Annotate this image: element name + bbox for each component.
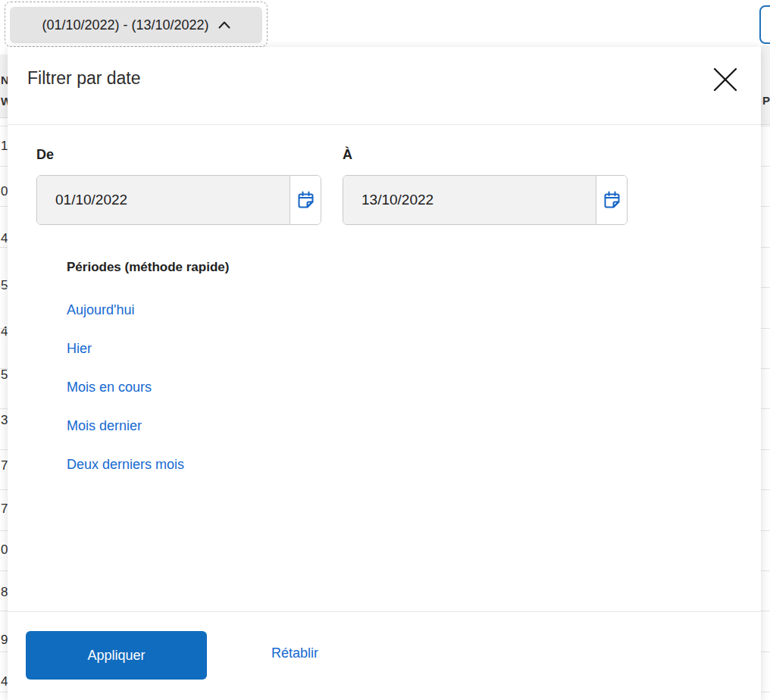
period-link[interactable]: Hier [67, 341, 92, 357]
from-date-input[interactable] [37, 176, 290, 224]
background-row-divider [0, 449, 8, 450]
footer-divider [8, 611, 761, 612]
background-row-divider [761, 652, 770, 652]
to-date-group [343, 175, 628, 225]
background-row-divider [0, 652, 8, 652]
background-cell-value-partial: 0 [1, 184, 8, 199]
reset-link[interactable]: Rétablir [271, 645, 318, 661]
background-row-divider [761, 247, 770, 248]
background-row-divider [0, 166, 8, 167]
background-table-header-band [0, 55, 8, 118]
background-row-divider [761, 206, 770, 207]
background-row-divider [0, 126, 8, 127]
background-cell-value-partial: 9 [1, 633, 8, 648]
background-row-divider [761, 368, 770, 369]
background-column-header-partial: PE [762, 94, 770, 107]
period-link[interactable]: Mois en cours [67, 380, 152, 395]
background-row-divider [0, 328, 8, 329]
background-column-header-partial: W [1, 95, 8, 108]
page: NW1045453770894 PE (01/10/2022) - (13/10… [0, 0, 770, 700]
background-row-divider [761, 611, 770, 611]
background-row-divider [0, 247, 8, 248]
background-row-divider [0, 206, 8, 207]
background-cell-value-partial: 5 [1, 367, 8, 383]
background-cell-value-partial: 3 [1, 413, 8, 428]
from-date-group [36, 175, 321, 225]
background-cell-value-partial: 4 [1, 324, 8, 339]
to-date-calendar-button[interactable] [596, 176, 627, 224]
date-range-dropdown-button[interactable]: (01/10/2022) - (13/10/2022) [10, 7, 262, 43]
header-divider [8, 124, 761, 125]
to-date-input[interactable] [343, 176, 596, 224]
background-row-divider [761, 328, 770, 329]
background-row-divider [0, 408, 8, 409]
from-date-label: De [36, 147, 54, 163]
background-row-divider [761, 489, 770, 490]
period-link[interactable]: Aujourd'hui [67, 302, 135, 318]
background-row-divider [0, 570, 8, 571]
background-column-header-partial: N [1, 73, 8, 86]
from-date-calendar-button[interactable] [290, 176, 321, 224]
background-cell-value-partial: 4 [1, 231, 8, 246]
close-button[interactable] [705, 59, 746, 100]
background-row-divider [761, 287, 770, 288]
background-outline-button-partial[interactable] [759, 5, 770, 44]
background-cell-value-partial: 7 [1, 502, 8, 517]
background-row-divider [761, 126, 770, 127]
background-table-right-edge: PE [761, 0, 770, 700]
background-cell-value-partial: 8 [1, 585, 8, 600]
background-row-divider [0, 287, 8, 288]
close-icon [713, 67, 737, 92]
background-row-divider [761, 692, 770, 692]
calendar-icon [602, 190, 622, 211]
background-cell-value-partial: 5 [1, 278, 8, 293]
periods-heading: Périodes (méthode rapide) [67, 260, 229, 275]
background-cell-value-partial: 0 [1, 542, 8, 558]
background-row-divider [0, 530, 8, 531]
modal-title: Filtrer par date [27, 68, 141, 89]
background-row-divider [0, 611, 8, 611]
background-row-divider [761, 570, 770, 571]
background-row-divider [761, 530, 770, 531]
date-range-label: (01/10/2022) - (13/10/2022) [42, 17, 208, 33]
background-table-left-edge: NW1045453770894 [0, 0, 8, 700]
background-row-divider [0, 489, 8, 490]
calendar-icon [296, 190, 316, 211]
background-cell-value-partial: 7 [1, 458, 8, 473]
background-row-divider [761, 449, 770, 450]
background-row-divider [761, 166, 770, 167]
apply-button[interactable]: Appliquer [26, 631, 207, 680]
background-cell-value-partial: 1 [1, 139, 8, 154]
period-link[interactable]: Deux derniers mois [67, 457, 184, 473]
background-row-divider [0, 692, 8, 692]
chevron-up-icon [218, 21, 230, 29]
filter-by-date-modal: Filtrer par date De [8, 47, 761, 700]
background-cell-value-partial: 4 [1, 674, 8, 689]
period-link[interactable]: Mois dernier [67, 418, 142, 434]
background-table-header-band [761, 45, 770, 125]
background-row-divider [0, 368, 8, 369]
to-date-label: À [343, 147, 352, 163]
background-row-divider [761, 408, 770, 409]
